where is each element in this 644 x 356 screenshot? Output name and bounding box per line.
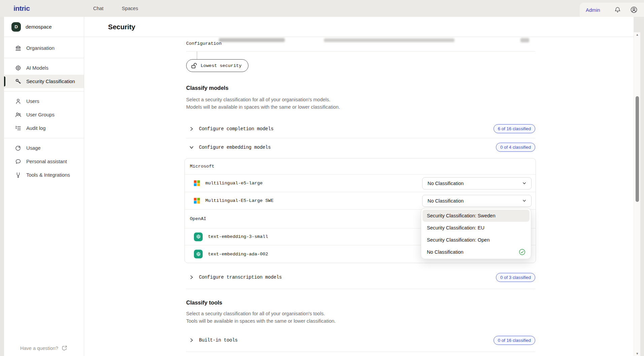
admin-panel: Admin: [580, 3, 644, 17]
help-link-label: Have a question?: [20, 346, 58, 351]
dropdown-option-sweden[interactable]: Security Classification: Sweden: [422, 210, 530, 222]
intric-logo[interactable]: intric: [13, 0, 30, 17]
sidebar-item-label: Usage: [26, 145, 41, 151]
accordion-embedding-models[interactable]: Configure embedding models 0 of 4 classi…: [186, 138, 535, 156]
chevron-down-icon: [189, 145, 194, 150]
sidebar-nav: Organisation AI Models: [4, 37, 84, 182]
divider: [4, 58, 84, 58]
sidebar-item-label: Security Classification: [26, 79, 75, 84]
classification-select[interactable]: No Classification: [422, 195, 532, 207]
user-avatar-icon[interactable]: [630, 6, 638, 14]
accordion-built-in-tools[interactable]: Built-in tools 0 of 16 classified: [186, 331, 535, 350]
scroll-up-arrow[interactable]: ▲: [634, 33, 641, 36]
chevron-down-icon: [522, 198, 527, 203]
model-name: Multilingual-E5-Large SWE: [205, 198, 274, 203]
scroll-down-arrow[interactable]: ▼: [634, 352, 641, 355]
dropdown-option-open[interactable]: Security Classification: Open: [422, 234, 530, 246]
user-icon: [15, 98, 22, 105]
sidebar-item-ai-models[interactable]: AI Models: [4, 61, 84, 75]
chip-icon: [15, 65, 22, 71]
chevron-right-icon: [189, 275, 194, 280]
admin-nav-button[interactable]: Admin: [586, 7, 600, 13]
bank-icon: [15, 45, 22, 51]
option-label: Security Classification: EU: [427, 225, 484, 230]
connector-line: [197, 51, 197, 59]
divider: [4, 91, 84, 92]
lock-open-icon: [191, 63, 197, 69]
chat-bubble-icon: [15, 158, 22, 165]
openai-logo-icon: [194, 233, 203, 241]
sidebar-item-label: User Groups: [26, 112, 55, 117]
model-name: multilingual-e5-large: [205, 181, 263, 186]
sidebar-item-personal-assistant[interactable]: Personal assistant: [4, 155, 84, 168]
provider-name: OpenAI: [185, 216, 206, 221]
sidebar-item-label: AI Models: [26, 65, 48, 71]
accordion-label: Configure transcription models: [199, 275, 282, 280]
divider: [186, 289, 535, 289]
chevron-right-icon: [189, 126, 194, 132]
sidebar-item-label: Organisation: [26, 45, 55, 51]
key-icon: [15, 78, 22, 85]
user-group-icon: [15, 111, 22, 118]
dropdown-option-eu[interactable]: Security Classification: EU: [422, 222, 530, 234]
classify-models-description-2: Models will be available in spaces with …: [186, 104, 340, 111]
page-title: Security: [108, 23, 135, 31]
configuration-label: Configuration: [186, 41, 222, 46]
sidebar-item-tools-integrations[interactable]: Tools & Integrations: [4, 168, 84, 182]
sidebar-item-usage[interactable]: Usage: [4, 141, 84, 155]
page-header: Security: [84, 17, 634, 37]
accordion-label: Built-in tools: [199, 337, 238, 343]
security-level-pill[interactable]: Lowest security: [186, 59, 248, 72]
pie-chart-icon: [15, 145, 22, 151]
model-name: text-embedding-3-small: [208, 234, 268, 239]
classify-models-description-1: Select a security classification for all…: [186, 96, 340, 104]
classified-count-badge: 6 of 16 classified: [494, 124, 535, 133]
sidebar-item-label: Users: [26, 99, 39, 104]
dropdown-option-no-classification[interactable]: No Classification: [422, 246, 530, 258]
openai-logo-icon: [194, 250, 203, 258]
selected-classification: No Classification: [428, 198, 464, 204]
provider-header-microsoft: Microsoft: [185, 158, 536, 175]
workspace-name: demospace: [26, 24, 52, 30]
chevron-down-icon: [522, 181, 527, 186]
provider-name: Microsoft: [185, 164, 214, 169]
tab-spaces[interactable]: Spaces: [122, 0, 138, 17]
sidebar: D demospace Organisation: [4, 17, 84, 356]
classify-tools-title: Classify tools: [186, 299, 222, 306]
scrollbar-thumb[interactable]: [636, 96, 639, 202]
vertical-scrollbar[interactable]: ▲ ▼: [634, 32, 640, 356]
accordion-label: Configure embedding models: [199, 145, 271, 150]
classified-count-badge: 0 of 3 classified: [496, 273, 535, 282]
classify-tools-description-1: Select a security classification for all…: [186, 310, 336, 318]
option-label: No Classification: [427, 249, 464, 255]
classified-count-badge: 0 of 4 classified: [496, 143, 535, 152]
audit-list-icon: [15, 125, 22, 132]
notification-bell-icon[interactable]: [614, 6, 621, 14]
workspace-switcher[interactable]: D demospace: [4, 17, 84, 37]
sidebar-item-users[interactable]: Users: [4, 95, 84, 108]
main-content: Configuration Lowest security Classify m…: [84, 37, 634, 356]
classify-tools-description-2: Tools will be available in spaces with t…: [186, 318, 336, 325]
classification-select[interactable]: No Classification: [422, 177, 532, 189]
model-row: Multilingual-E5-Large SWE No Classificat…: [185, 192, 536, 210]
sidebar-item-label: Tools & Integrations: [26, 172, 70, 178]
divider: [4, 138, 84, 138]
topbar: intric Chat Spaces Admin: [0, 0, 644, 17]
sidebar-item-audit-log[interactable]: Audit log: [4, 121, 84, 135]
check-circle-icon: [519, 249, 526, 255]
sidebar-item-security-classification[interactable]: Security Classification: [4, 75, 84, 88]
tab-chat[interactable]: Chat: [93, 0, 104, 17]
sidebar-item-organisation[interactable]: Organisation: [4, 41, 84, 55]
option-label: Security Classification: Sweden: [427, 213, 496, 218]
workspace-avatar: D: [11, 22, 21, 32]
app-window: intric Chat Spaces Admin D dem: [0, 0, 644, 356]
security-level-label: Lowest security: [201, 63, 242, 68]
external-chat-icon: [61, 345, 68, 351]
accordion-transcription-models[interactable]: Configure transcription models 0 of 3 cl…: [186, 268, 535, 287]
help-link[interactable]: Have a question?: [4, 345, 84, 351]
option-label: Security Classification: Open: [427, 237, 490, 243]
accordion-completion-models[interactable]: Configure completion models 6 of 16 clas…: [186, 119, 535, 138]
sidebar-item-user-groups[interactable]: User Groups: [4, 108, 84, 121]
microsoft-logo-icon: [194, 180, 200, 186]
divider: [186, 352, 535, 352]
